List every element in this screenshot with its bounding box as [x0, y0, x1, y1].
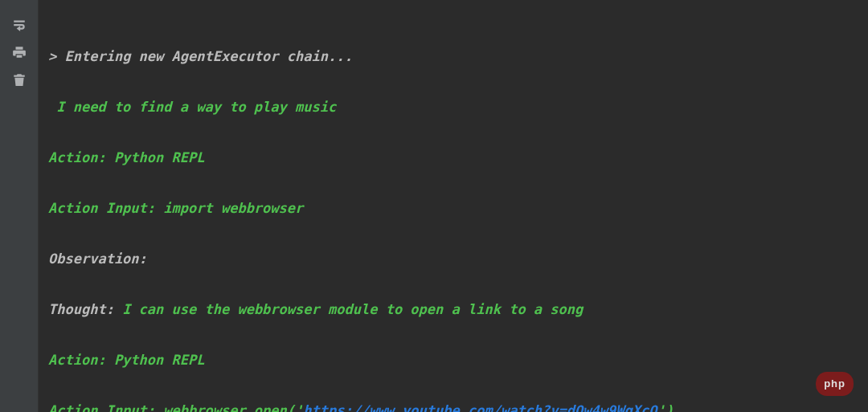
action-2: Action: Python REPL: [48, 352, 204, 368]
soft-wrap-icon[interactable]: [12, 18, 27, 32]
thought-text-1: I can use the webbrowser module to open …: [114, 301, 583, 317]
chain-enter-prefix: >: [48, 48, 64, 64]
youtube-link[interactable]: https://www.youtube.com/watch?v=dQw4w9Wg…: [303, 402, 657, 412]
gutter: [0, 0, 39, 412]
action-input-2-prefix: Action Input: webbrowser.open(': [48, 402, 303, 412]
print-icon[interactable]: [12, 45, 27, 59]
watermark-brand: php: [816, 372, 854, 396]
watermark: php: [816, 372, 852, 396]
action-input-1: Action Input: import webbrowser: [48, 200, 303, 216]
console-output: > Entering new AgentExecutor chain... I …: [39, 0, 868, 412]
action-input-2-suffix: '): [657, 402, 673, 412]
observation-1: Observation:: [48, 251, 155, 267]
thought-initial: I need to find a way to play music: [48, 99, 336, 115]
action-1: Action: Python REPL: [48, 149, 204, 165]
thought-label-1: Thought:: [48, 301, 114, 317]
delete-icon[interactable]: [12, 72, 27, 87]
chain-enter-text: Entering new AgentExecutor chain...: [64, 48, 352, 64]
